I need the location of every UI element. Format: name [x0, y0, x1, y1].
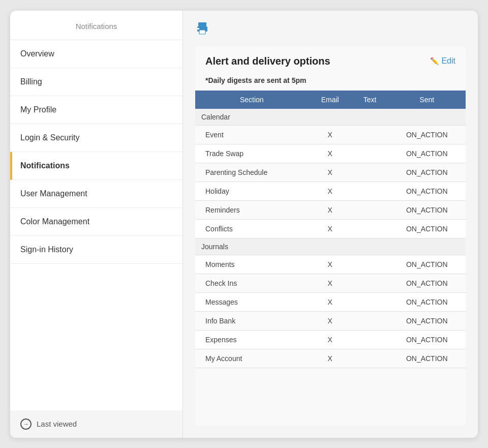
- sidebar-item-overview[interactable]: Overview: [10, 40, 182, 68]
- section-row: Journals: [195, 238, 466, 255]
- row-email: X: [309, 182, 352, 200]
- row-section: Conflicts: [195, 219, 309, 238]
- row-sent: ON_ACTION: [388, 311, 466, 330]
- row-section: Moments: [195, 255, 309, 274]
- sidebar-link-overview[interactable]: Overview: [10, 40, 182, 68]
- row-section: Reminders: [195, 200, 309, 219]
- row-section: My Account: [195, 349, 309, 368]
- row-email: X: [309, 311, 352, 330]
- row-section: Holiday: [195, 182, 309, 200]
- row-text: [352, 349, 388, 368]
- last-viewed-icon: [20, 419, 32, 430]
- table-row: Check InsXON_ACTION: [195, 274, 466, 292]
- row-text: [352, 292, 388, 311]
- sidebar-item-user-management[interactable]: User Management: [10, 180, 182, 208]
- row-section: Parenting Schedule: [195, 163, 309, 182]
- table-row: ExpensesXON_ACTION: [195, 330, 466, 349]
- row-sent: ON_ACTION: [388, 292, 466, 311]
- main-content: Alert and delivery options ✏️ Edit *Dail…: [183, 11, 478, 438]
- svg-rect-2: [199, 30, 205, 34]
- row-section: Expenses: [195, 330, 309, 349]
- row-email: X: [309, 219, 352, 238]
- row-sent: ON_ACTION: [388, 219, 466, 238]
- sidebar-item-color-management[interactable]: Color Management: [10, 208, 182, 236]
- sidebar-nav: OverviewBillingMy ProfileLogin & Securit…: [10, 40, 182, 410]
- sidebar-item-my-profile[interactable]: My Profile: [10, 96, 182, 124]
- section-label: Calendar: [195, 109, 466, 126]
- row-text: [352, 274, 388, 292]
- row-text: [352, 255, 388, 274]
- sidebar-link-sign-in-history[interactable]: Sign-in History: [10, 236, 182, 263]
- edit-button[interactable]: ✏️ Edit: [430, 56, 455, 66]
- header-row: Section Email Text Sent: [195, 91, 466, 109]
- row-text: [352, 200, 388, 219]
- row-section: Info Bank: [195, 311, 309, 330]
- row-section: Trade Swap: [195, 144, 309, 163]
- table-row: Parenting ScheduleXON_ACTION: [195, 163, 466, 182]
- sidebar-link-billing[interactable]: Billing: [10, 68, 182, 96]
- row-email: X: [309, 200, 352, 219]
- sidebar-item-billing[interactable]: Billing: [10, 68, 182, 96]
- sidebar-link-user-management[interactable]: User Management: [10, 180, 182, 207]
- table-row: ConflictsXON_ACTION: [195, 219, 466, 238]
- card-title: Alert and delivery options: [205, 55, 330, 67]
- row-text: [352, 330, 388, 349]
- col-sent: Sent: [388, 91, 466, 109]
- row-text: [352, 163, 388, 182]
- table-header: Section Email Text Sent: [195, 91, 466, 109]
- row-sent: ON_ACTION: [388, 200, 466, 219]
- sidebar-link-color-management[interactable]: Color Management: [10, 208, 182, 235]
- row-text: [352, 182, 388, 200]
- row-email: X: [309, 349, 352, 368]
- row-text: [352, 311, 388, 330]
- table-row: RemindersXON_ACTION: [195, 200, 466, 219]
- printer-icon-wrapper: [195, 21, 466, 38]
- row-sent: ON_ACTION: [388, 349, 466, 368]
- row-email: X: [309, 255, 352, 274]
- row-sent: ON_ACTION: [388, 163, 466, 182]
- sidebar-item-sign-in-history[interactable]: Sign-in History: [10, 236, 182, 264]
- row-section: Check Ins: [195, 274, 309, 292]
- svg-rect-0: [198, 22, 206, 26]
- sidebar-item-notifications[interactable]: Notifications: [10, 152, 182, 180]
- last-viewed-label: Last viewed: [37, 420, 77, 428]
- row-email: X: [309, 274, 352, 292]
- row-section: Event: [195, 125, 309, 144]
- col-section: Section: [195, 91, 309, 109]
- card-header: Alert and delivery options ✏️ Edit: [195, 46, 466, 74]
- sidebar-item-login-security[interactable]: Login & Security: [10, 124, 182, 152]
- table-row: HolidayXON_ACTION: [195, 182, 466, 200]
- printer-icon: [195, 24, 209, 38]
- notifications-table: Section Email Text Sent CalendarEventXON…: [195, 91, 466, 368]
- col-email: Email: [309, 91, 352, 109]
- row-sent: ON_ACTION: [388, 255, 466, 274]
- sidebar: Notifications OverviewBillingMy ProfileL…: [10, 11, 183, 438]
- main-container: Notifications OverviewBillingMy ProfileL…: [10, 11, 478, 438]
- svg-rect-3: [197, 28, 199, 29]
- row-email: X: [309, 330, 352, 349]
- row-email: X: [309, 125, 352, 144]
- digest-note: *Daily digests are sent at 5pm: [195, 74, 466, 91]
- sidebar-title: Notifications: [10, 11, 182, 40]
- row-sent: ON_ACTION: [388, 144, 466, 163]
- sidebar-link-notifications[interactable]: Notifications: [12, 152, 182, 180]
- table-row: Trade SwapXON_ACTION: [195, 144, 466, 163]
- col-text: Text: [352, 91, 388, 109]
- last-viewed-item[interactable]: Last viewed: [10, 410, 182, 438]
- table-body: CalendarEventXON_ACTIONTrade SwapXON_ACT…: [195, 109, 466, 368]
- row-email: X: [309, 144, 352, 163]
- table-row: EventXON_ACTION: [195, 125, 466, 144]
- section-row: Calendar: [195, 109, 466, 126]
- table-row: Info BankXON_ACTION: [195, 311, 466, 330]
- row-sent: ON_ACTION: [388, 125, 466, 144]
- row-email: X: [309, 163, 352, 182]
- sidebar-link-my-profile[interactable]: My Profile: [10, 96, 182, 124]
- table-row: MomentsXON_ACTION: [195, 255, 466, 274]
- row-email: X: [309, 292, 352, 311]
- edit-label: Edit: [441, 56, 455, 66]
- content-card: Alert and delivery options ✏️ Edit *Dail…: [195, 46, 466, 426]
- sidebar-link-login-security[interactable]: Login & Security: [10, 124, 182, 152]
- row-text: [352, 125, 388, 144]
- row-section: Messages: [195, 292, 309, 311]
- row-sent: ON_ACTION: [388, 330, 466, 349]
